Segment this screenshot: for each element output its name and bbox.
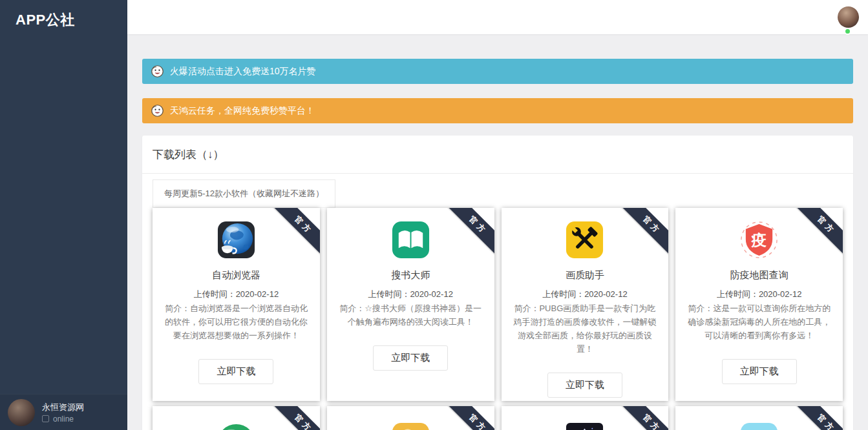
app-card-grid-row2: 官方 官方 官方 官方 (153, 406, 843, 430)
svg-text:疫: 疫 (751, 231, 767, 249)
app-title: APP公社 (0, 0, 127, 40)
main-area: 火爆活动点击进入免费送10万名片赞 天鸿云任务，全网纯免费秒赞平台！ 下载列表（… (127, 0, 868, 430)
status-label: online (53, 415, 74, 424)
green-circle-icon (216, 421, 257, 430)
blue-clouds-icon (739, 421, 779, 430)
app-name: 画质助手 (566, 269, 604, 282)
official-ribbon: 官方 (443, 406, 494, 430)
official-ribbon: 官方 (618, 208, 668, 258)
app-upload-time: 上传时间：2020-02-12 (717, 289, 802, 300)
download-button[interactable]: 立即下载 (198, 359, 273, 384)
notice-banner-orange[interactable]: 天鸿云任务，全网纯免费秒赞平台！ (142, 98, 853, 123)
app-card: 官方 (153, 406, 320, 430)
notice-banner-blue[interactable]: 火爆活动点击进入免费送10万名片赞 (142, 59, 853, 84)
online-badge-icon (844, 28, 851, 35)
official-ribbon: 官方 (792, 406, 843, 430)
app-card: 官方 自动浏览器 上传时间：2020-02-12 简介：自动浏览器是一个浏览器自… (153, 208, 320, 401)
app-name: 搜书大师 (391, 269, 430, 282)
user-avatar[interactable] (8, 399, 35, 426)
user-name: 永恒资源网 (42, 402, 84, 413)
download-list-panel: 下载列表（↓） 每周更新5-12款小软件（收藏网址不迷路） 官方 自动浏览器 上… (142, 136, 853, 430)
top-header (127, 0, 868, 34)
app-description: 简介：PUBG画质助手是一款专门为吃鸡手游打造的画质修改软件，一键解锁游戏全部画… (509, 302, 661, 356)
sidebar: APP公社 永恒资源网 online (0, 0, 127, 430)
banner-text: 天鸿云任务，全网纯免费秒赞平台！ (170, 105, 315, 117)
app-card: 官方 搜书大师 上传时间：2020-02-12 简介：☆搜书大师（原搜书神器）是… (327, 208, 494, 401)
announce-sticker-icon (151, 104, 164, 118)
status-icon (42, 415, 49, 422)
app-description: 简介：自动浏览器是一个浏览器自动化的软件，你可以用它很方便的自动化你要在浏览器想… (160, 302, 312, 342)
app-upload-time: 上传时间：2020-02-12 (368, 289, 453, 300)
app-description: 简介：这是一款可以查询你所在地方的确诊感染新冠病毒的人所在地的工具，可以清晰的看… (683, 302, 835, 342)
app-name: 自动浏览器 (212, 269, 260, 282)
app-card: 官方 画质助手 上传时间：2020-02-12 简介：PUBG画质助手是一款专门… (502, 208, 669, 401)
yellow-tools-icon (564, 220, 605, 260)
app-card: 官方 (675, 406, 843, 430)
download-button[interactable]: 立即下载 (547, 373, 622, 398)
official-ribbon: 官方 (269, 208, 319, 258)
browser-globe-icon (216, 220, 257, 260)
official-ribbon: 官方 (269, 406, 319, 430)
app-card: 官方 疫 防疫地图查询 上传时间：2020-02-12 简介：这是一款可以查询你… (675, 208, 843, 401)
sidebar-user-footer[interactable]: 永恒资源网 online (0, 394, 127, 430)
amber-app-icon (390, 421, 431, 430)
official-ribbon: 官方 (443, 208, 494, 258)
epidemic-shield-icon: 疫 (739, 220, 779, 260)
content: 火爆活动点击进入免费送10万名片赞 天鸿云任务，全网纯免费秒赞平台！ 下载列表（… (127, 34, 868, 430)
app-card-grid: 官方 自动浏览器 上传时间：2020-02-12 简介：自动浏览器是一个浏览器自… (153, 208, 843, 401)
dark-photo-icon (564, 421, 605, 430)
app-name: 防疫地图查询 (730, 269, 789, 282)
user-status: online (42, 415, 84, 424)
announce-sticker-icon (151, 65, 164, 78)
banner-text: 火爆活动点击进入免费送10万名片赞 (170, 66, 316, 77)
panel-title: 下载列表（↓） (142, 136, 853, 174)
download-button[interactable]: 立即下载 (373, 345, 448, 371)
tab-weekly-update[interactable]: 每周更新5-12款小软件（收藏网址不迷路） (153, 179, 335, 208)
app-description: 简介：☆搜书大师（原搜书神器）是一个触角遍布网络的强大阅读工具！ (335, 302, 487, 329)
app-card: 官方 (502, 406, 669, 430)
app-upload-time: 上传时间：2020-02-12 (542, 289, 628, 300)
app-upload-time: 上传时间：2020-02-12 (194, 289, 279, 300)
download-button[interactable]: 立即下载 (722, 359, 797, 384)
app-card: 官方 (327, 406, 494, 430)
official-ribbon: 官方 (792, 208, 843, 258)
official-ribbon: 官方 (618, 406, 668, 430)
header-avatar[interactable] (838, 6, 859, 28)
green-book-icon (390, 220, 431, 260)
